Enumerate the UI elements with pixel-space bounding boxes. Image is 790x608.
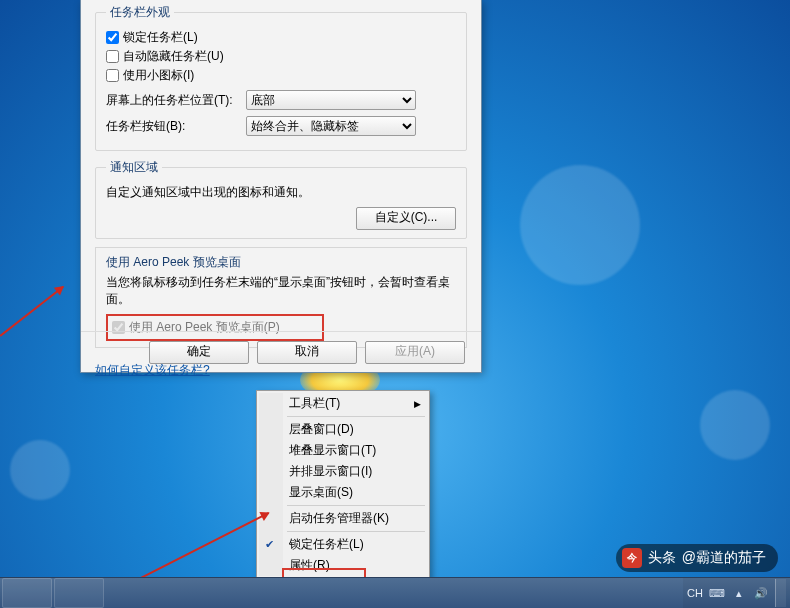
notify-legend: 通知区域 bbox=[106, 159, 162, 176]
cancel-button[interactable]: 取消 bbox=[257, 341, 357, 364]
buttons-label: 任务栏按钮(B): bbox=[106, 118, 246, 135]
appearance-legend: 任务栏外观 bbox=[106, 4, 174, 21]
bg-flare bbox=[10, 440, 70, 500]
peek-desc: 当您将鼠标移动到任务栏末端的“显示桌面”按钮时，会暂时查看桌面。 bbox=[106, 274, 456, 308]
menu-stackv-label: 并排显示窗口(I) bbox=[289, 463, 372, 480]
desktop: 任务栏外观 锁定任务栏(L) 自动隐藏任务栏(U) 使用小图标(I) 屏幕上的任… bbox=[0, 0, 790, 608]
menu-taskmgr-label: 启动任务管理器(K) bbox=[289, 510, 389, 527]
peek-title: 使用 Aero Peek 预览桌面 bbox=[106, 254, 456, 271]
menu-separator bbox=[287, 505, 425, 506]
show-desktop-button[interactable] bbox=[775, 579, 786, 607]
watermark: 今 头条 @霸道的茄子 bbox=[616, 544, 778, 572]
taskbar-app-icon[interactable] bbox=[2, 578, 52, 608]
watermark-prefix: 头条 bbox=[648, 549, 676, 567]
tray-chevron-icon[interactable]: ▴ bbox=[731, 585, 747, 601]
menu-stack-vertical[interactable]: 并排显示窗口(I) bbox=[259, 461, 427, 482]
annotation-arrow bbox=[0, 286, 64, 336]
appearance-group: 任务栏外观 锁定任务栏(L) 自动隐藏任务栏(U) 使用小图标(I) 屏幕上的任… bbox=[95, 4, 467, 151]
position-label: 屏幕上的任务栏位置(T): bbox=[106, 92, 246, 109]
autohide-label: 自动隐藏任务栏(U) bbox=[123, 48, 224, 65]
menu-stack-horizontal[interactable]: 堆叠显示窗口(T) bbox=[259, 440, 427, 461]
bg-flare bbox=[520, 165, 640, 285]
ok-button[interactable]: 确定 bbox=[149, 341, 249, 364]
notification-area-group: 通知区域 自定义通知区域中出现的图标和通知。 自定义(C)... bbox=[95, 159, 467, 239]
submenu-arrow-icon: ▶ bbox=[414, 399, 421, 409]
menu-toolbars-label: 工具栏(T) bbox=[289, 395, 340, 412]
menu-show-desktop[interactable]: 显示桌面(S) bbox=[259, 482, 427, 503]
menu-cascade[interactable]: 层叠窗口(D) bbox=[259, 419, 427, 440]
lock-taskbar-label: 锁定任务栏(L) bbox=[123, 29, 198, 46]
apply-button[interactable]: 应用(A) bbox=[365, 341, 465, 364]
system-tray: CH ⌨ ▴ 🔊 bbox=[683, 578, 790, 608]
dialog-button-bar: 确定 取消 应用(A) bbox=[81, 331, 481, 372]
customize-button[interactable]: 自定义(C)... bbox=[356, 207, 456, 230]
tray-keyboard-icon[interactable]: ⌨ bbox=[709, 585, 725, 601]
autohide-checkbox[interactable] bbox=[106, 50, 119, 63]
small-icons-label: 使用小图标(I) bbox=[123, 67, 194, 84]
bg-flare bbox=[700, 390, 770, 460]
watermark-logo-icon: 今 bbox=[622, 548, 642, 568]
taskbar-properties-dialog: 任务栏外观 锁定任务栏(L) 自动隐藏任务栏(U) 使用小图标(I) 屏幕上的任… bbox=[80, 0, 482, 373]
lock-taskbar-checkbox[interactable] bbox=[106, 31, 119, 44]
menu-separator bbox=[287, 416, 425, 417]
watermark-author: @霸道的茄子 bbox=[682, 549, 766, 567]
tray-volume-icon[interactable]: 🔊 bbox=[753, 585, 769, 601]
menu-showdesk-label: 显示桌面(S) bbox=[289, 484, 353, 501]
menu-separator bbox=[287, 531, 425, 532]
menu-task-manager[interactable]: 启动任务管理器(K) bbox=[259, 508, 427, 529]
position-select[interactable]: 底部 bbox=[246, 90, 416, 110]
menu-lock-label: 锁定任务栏(L) bbox=[289, 536, 364, 553]
notify-desc: 自定义通知区域中出现的图标和通知。 bbox=[106, 184, 456, 201]
menu-stackh-label: 堆叠显示窗口(T) bbox=[289, 442, 376, 459]
taskbar-context-menu: 工具栏(T) ▶ 层叠窗口(D) 堆叠显示窗口(T) 并排显示窗口(I) 显示桌… bbox=[256, 390, 430, 579]
check-icon: ✔ bbox=[265, 538, 274, 551]
small-icons-checkbox[interactable] bbox=[106, 69, 119, 82]
menu-cascade-label: 层叠窗口(D) bbox=[289, 421, 354, 438]
buttons-select[interactable]: 始终合并、隐藏标签 bbox=[246, 116, 416, 136]
annotation-arrow bbox=[135, 512, 269, 581]
menu-toolbars[interactable]: 工具栏(T) ▶ bbox=[259, 393, 427, 414]
taskbar[interactable]: CH ⌨ ▴ 🔊 bbox=[0, 577, 790, 608]
language-indicator[interactable]: CH bbox=[687, 587, 703, 599]
menu-properties[interactable]: 属性(R) bbox=[259, 555, 427, 576]
taskbar-left bbox=[0, 578, 104, 608]
taskbar-app-icon[interactable] bbox=[54, 578, 104, 608]
menu-lock-taskbar[interactable]: ✔ 锁定任务栏(L) bbox=[259, 534, 427, 555]
menu-props-label: 属性(R) bbox=[289, 557, 330, 574]
